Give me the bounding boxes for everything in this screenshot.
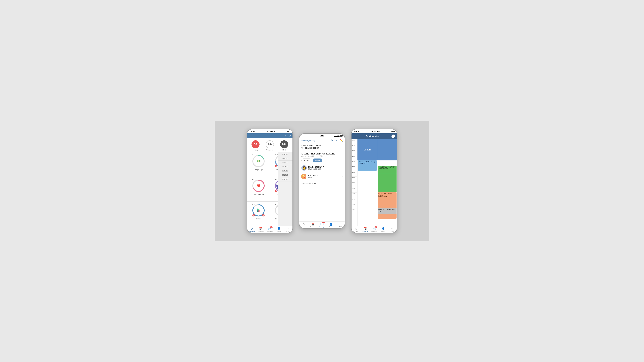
date-item-1: 04.06.20 — [278, 156, 292, 161]
dash-healthwatcher[interactable]: ❤️ 64 HealthWatcher — [247, 177, 270, 201]
health-count: 64 — [252, 179, 254, 180]
patient-chevron: › — [342, 167, 342, 169]
notes-label: Notes — [256, 218, 261, 220]
tab-more-1[interactable]: ··· More — [284, 227, 292, 232]
patient-card[interactable]: 👩 KYLE, SELENA R 53y F 10/11/1966 › — [299, 164, 345, 172]
from-row: From: CRAIG COOPER — [302, 145, 342, 147]
from-label: From: — [302, 145, 306, 147]
tab-patient-1[interactable]: 👤 Patient — [274, 227, 284, 232]
dash-label-3: Dashboard — [353, 231, 359, 232]
msg-label-3: Messages — [371, 231, 377, 232]
filter-icon[interactable]: ⬡ — [288, 134, 291, 137]
notes-badge-34: 34 — [252, 214, 255, 216]
tab-patient-3[interactable]: 👤 Patient — [379, 227, 388, 232]
to-label: To: — [302, 147, 304, 149]
dashboard-grid: 💵 3 Charge Slips 📎 — [247, 152, 292, 226]
ts-315: 3:15 — [352, 209, 357, 214]
dashboard-tab-label: Dashboard — [248, 231, 255, 232]
tab-messages-2[interactable]: ✉️ 10 Messages — [318, 223, 326, 228]
tab-schedule-1[interactable]: 📅 Schedule — [256, 227, 265, 232]
held-label: Held — [282, 149, 286, 151]
more-tab-label: More — [286, 230, 290, 232]
back-button[interactable]: ‹ Messages (52) — [301, 139, 315, 141]
dash-notes[interactable]: 🛍️ 1498 34 38 Notes — [247, 201, 270, 226]
to-row: To: CRAIG COOPER — [302, 147, 342, 149]
done-button[interactable]: Done — [312, 158, 322, 162]
add-icon[interactable]: ＋ — [284, 134, 287, 137]
tab-dashboard-2[interactable]: ⊙ Dashboard — [299, 223, 308, 228]
iphone-messages: 2:43 ▂▃▄▅ ‹ Messages (52) 🗑 ↩ ✏️ — [299, 133, 345, 229]
stat-unsigned[interactable]: 5.8k Unsigned — [266, 140, 274, 151]
priority-circle: 53 — [252, 140, 260, 148]
tab-dashboard-1[interactable]: ⊙ Dashboard — [247, 227, 256, 232]
time-label-1: 10:43 AM — [267, 130, 275, 132]
tab-dashboard-3[interactable]: ⊙ Dashboard — [352, 227, 360, 232]
ts-1215: 12:15 — [352, 144, 357, 150]
schedule-tab-icon: 📅 — [259, 227, 262, 230]
battery-3 — [391, 131, 394, 132]
rx-drug: Abilify — [308, 177, 342, 178]
unsigned-label: Unsigned — [266, 149, 273, 151]
schedule-header: Provider View 7 — [352, 133, 397, 139]
msg-header: From: CRAIG COOPER To: CRAIG COOPER — [299, 143, 345, 151]
rx-chevron: › — [342, 175, 342, 178]
charge-slips-ring: 💵 3 — [252, 154, 265, 168]
msg-date: January 09, 2020 - 12:11 PM — [302, 155, 342, 157]
sched-icon-3: 📅 — [364, 227, 367, 230]
to-value: CRAIG COOPER — [305, 147, 319, 149]
compose-icon[interactable]: ✏️ — [340, 139, 343, 142]
ts-115: 1:15 — [352, 166, 357, 171]
tab-messages-1[interactable]: ✉️ 29 Messages — [265, 227, 274, 232]
tab-more-3[interactable]: ··· More — [388, 227, 397, 232]
pat-label-3: Patient — [381, 231, 385, 232]
sched-label-3: Schedule — [362, 231, 368, 232]
messages-badge: 10 — [275, 189, 278, 192]
prescription-card[interactable]: 💊 Prescription Abilify › — [299, 173, 345, 180]
schedule-body: 12:00 12:15 12:30 12:45 1:00 1:15 1:30 1… — [352, 139, 397, 226]
chevron-left-icon: ‹ — [301, 139, 302, 141]
status-bar-1: Carrier 10:43 AM — [247, 129, 292, 133]
tab-schedule-2[interactable]: 📅 Schedule — [308, 223, 318, 228]
green-type: F/U BAIRD — [359, 163, 376, 164]
quach-block[interactable]: QUACH, CLEOPHAS (M 44y) — [378, 208, 397, 214]
reply-icon[interactable]: ↩ — [336, 139, 338, 142]
todo-button[interactable]: To Do — [302, 158, 312, 162]
patient-tab-label: Patient — [277, 231, 281, 232]
green-izayah-block[interactable]: GREEN, IZAYAH (M 44y) F/U BAIRD — [358, 160, 377, 171]
stat-held[interactable]: 264 Held — [280, 140, 288, 151]
ts-200: 2:00 — [352, 182, 357, 187]
date-item-6: 02.28.20 — [278, 177, 292, 181]
date-item-3: 03.31.20 — [278, 165, 292, 169]
iphone-schedule: Carrier 10:43 AM Provider View 7 12:00 1… — [351, 129, 397, 233]
tab-bar-2: ⊙ Dashboard 📅 Schedule ✉️ 10 Messages 👤 — [299, 222, 345, 228]
quach-name: QUACH, CLEOPHAS (M 44y) — [378, 209, 396, 212]
tab-messages-3[interactable]: ✉️ 29 Messages — [370, 227, 379, 232]
tab-patient-2[interactable]: 👤 Patient — [326, 223, 336, 228]
notes-icon: 🛍️ — [256, 208, 260, 212]
more-label-3: More — [391, 230, 394, 232]
date-list: 05.08.20 04.06.20 04.02.20 03.31.20 03.0… — [278, 152, 292, 226]
stat-priority[interactable]: 53 Priority — [252, 140, 260, 151]
dash-charge-slips[interactable]: 💵 3 Charge Slips — [247, 152, 270, 177]
health-ring: ❤️ 64 — [252, 179, 265, 192]
battery-icon-2 — [339, 135, 342, 137]
battery-icon — [287, 131, 290, 132]
from-value: CRAIG COOPER — [308, 145, 322, 147]
ts-215: 2:15 — [352, 187, 357, 193]
date-item-2: 04.02.20 — [278, 161, 292, 165]
notes-count: 1498 — [252, 203, 255, 205]
more-icon-3: ··· — [391, 227, 394, 230]
notes-badge-38: 38 — [262, 214, 264, 216]
tab-schedule-3[interactable]: 📅 Schedule — [360, 227, 370, 232]
right-col: CRANDALL, D... (F 48y) ANNUAL EXAM ULABA… — [377, 139, 397, 226]
nav-header: ＋ ⬡ — [247, 133, 292, 138]
dashboard-tab-icon: ⊙ — [250, 227, 253, 230]
ulabarro-block[interactable]: ULABARRO, MARI (F 62y) NEW PATIENT — [378, 192, 397, 219]
carrier-label: Carrier — [250, 130, 255, 132]
patient-avatar: 👩 — [302, 165, 307, 171]
tab-more-2[interactable]: ··· More — [336, 223, 345, 228]
messages-tab-label: Messages — [267, 231, 273, 232]
green-name: GREEN, IZAYAH (M 44y) — [359, 161, 376, 163]
crandall-block[interactable]: CRANDALL, D... (F 48y) ANNUAL EXAM — [378, 166, 397, 192]
trash-icon[interactable]: 🗑 — [331, 139, 333, 142]
